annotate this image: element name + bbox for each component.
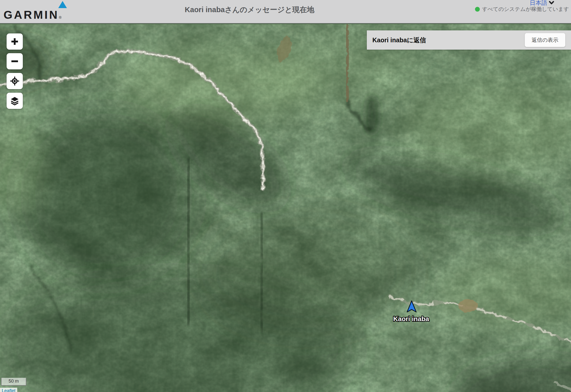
crosshair-icon	[10, 76, 20, 86]
marker-label: Kaori inaba	[393, 315, 429, 323]
map-viewport[interactable]: Kaori inaba	[0, 24, 571, 392]
reply-panel: Kaori inabaに返信 返信の表示	[367, 30, 571, 50]
garmin-logo: GARMIN®	[4, 9, 62, 21]
status-dot-icon	[475, 7, 480, 12]
zoom-in-button[interactable]	[7, 33, 23, 50]
map-controls	[7, 33, 23, 112]
leaflet-link[interactable]: Leaflet	[2, 388, 15, 392]
chevron-down-icon	[549, 1, 554, 5]
satellite-imagery: Kaori inaba	[0, 24, 571, 392]
header: GARMIN® Kaori inabaさんのメッセージと現在地 日本語 すべての…	[0, 0, 571, 24]
scale-control: 50 m	[1, 378, 26, 386]
minus-icon	[10, 57, 19, 66]
layers-button[interactable]	[7, 93, 23, 109]
status-label: すべてのシステムが稼働しています	[482, 6, 569, 13]
locate-button[interactable]	[7, 73, 23, 89]
layers-icon	[10, 96, 20, 106]
show-replies-button[interactable]: 返信の表示	[525, 33, 566, 47]
plus-icon	[10, 37, 19, 46]
registered-mark: ®	[59, 15, 61, 19]
garmin-wordmark: GARMIN	[4, 8, 59, 21]
scale-label: 50 m	[9, 379, 19, 384]
page-title: Kaori inabaさんのメッセージと現在地	[185, 5, 314, 15]
leaflet-attribution: Leaflet	[0, 388, 17, 392]
garmin-delta-icon	[58, 1, 67, 8]
system-status: すべてのシステムが稼働しています	[475, 6, 569, 13]
reply-panel-title: Kaori inabaに返信	[372, 36, 426, 44]
zoom-out-button[interactable]	[7, 53, 23, 69]
